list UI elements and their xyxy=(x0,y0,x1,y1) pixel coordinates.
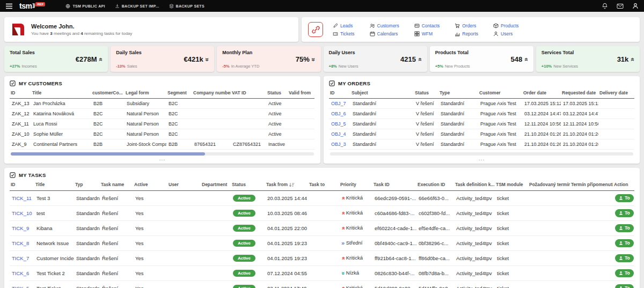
link-icon[interactable] xyxy=(308,22,323,37)
order-id-link[interactable]: OBJ_7 xyxy=(331,101,346,106)
customer-row[interactable]: ZAK_11Luca RossiB2CNatural PersonB2CActi… xyxy=(10,119,314,129)
column-header[interactable]: Delivery date xyxy=(598,89,634,99)
task-row[interactable]: TICK_6Test Ticket 2StandardníŘešeníYesAc… xyxy=(10,265,634,280)
order-row[interactable]: OBJ_6StandardníV řešeníStandardníPrague … xyxy=(329,109,634,119)
orders-more[interactable]: ... xyxy=(329,156,634,163)
column-header[interactable]: Order date xyxy=(522,89,561,99)
column-header[interactable]: Status xyxy=(231,181,265,190)
column-header[interactable]: Type xyxy=(438,89,478,99)
assign-to-me-button[interactable]: To xyxy=(615,209,634,217)
kpi-total-sales[interactable]: Total Sales+27%Incomes €278M» xyxy=(4,46,108,72)
column-header[interactable]: customerCo... xyxy=(91,89,125,99)
assign-to-me-button[interactable]: To xyxy=(615,284,634,288)
menu-item-backup-set-import[interactable]: BACKUP SET IMP... xyxy=(115,4,159,9)
column-header[interactable]: Customer xyxy=(478,89,522,99)
order-id-link[interactable]: OBJ_4 xyxy=(331,131,346,137)
column-header[interactable]: Requested date xyxy=(561,89,598,99)
user-profile-icon[interactable] xyxy=(632,3,639,9)
column-header[interactable]: Legal form xyxy=(125,89,166,99)
column-header[interactable]: Execution ID xyxy=(416,181,454,190)
column-header[interactable]: Task ID xyxy=(372,181,416,190)
assign-to-me-button[interactable]: To xyxy=(615,254,634,262)
column-header[interactable]: User xyxy=(167,181,201,190)
customer-row[interactable]: ZAK_9Continental PartnersB2BJoint-Stock … xyxy=(10,139,314,150)
task-row[interactable]: TICK_10testStandardníŘešeníYesActive10.0… xyxy=(10,205,634,220)
quicklink-users[interactable]: Users xyxy=(493,31,519,36)
order-row[interactable]: OBJ_3StandardníV řešeníStandardníPrague … xyxy=(329,139,634,150)
messages-envelope-icon[interactable] xyxy=(617,3,624,9)
assign-to-me-button[interactable]: To xyxy=(615,224,634,232)
quicklink-calendars[interactable]: Calendars xyxy=(370,31,399,36)
order-row[interactable]: OBJ_5StandardníV řešeníStandardníPrague … xyxy=(329,119,634,129)
quicklink-tickets[interactable]: Tickets xyxy=(333,31,355,36)
customers-hscrollbar-thumb[interactable] xyxy=(11,152,205,156)
kpi-products-total[interactable]: Products Total+5%New Products 548» xyxy=(430,46,533,72)
column-header[interactable]: Task definition k... xyxy=(454,181,495,190)
customers-more[interactable]: ... xyxy=(10,156,315,163)
column-header[interactable]: Title xyxy=(34,181,74,190)
column-header[interactable]: Termín připomenutí xyxy=(570,181,613,190)
column-header[interactable]: Segment xyxy=(166,89,192,99)
task-user-cell xyxy=(167,250,201,265)
quicklink-contacts[interactable]: Contacts xyxy=(414,23,440,28)
column-header[interactable]: Task from xyxy=(265,181,308,190)
customer-row[interactable]: ZAK_12Katarina NovákováB2CNatural Person… xyxy=(10,109,314,119)
task-id-link[interactable]: TICK_10 xyxy=(12,210,32,216)
column-header[interactable]: TSM module xyxy=(495,181,528,190)
task-row[interactable]: TICK_9KibanaStandardníŘešeníYesActive04.… xyxy=(10,220,634,235)
quicklink-wfm[interactable]: WFM xyxy=(414,31,440,36)
column-header[interactable]: Company number xyxy=(192,89,231,99)
assign-to-me-button[interactable]: To xyxy=(615,269,634,277)
quicklink-customers[interactable]: Customers xyxy=(370,23,399,28)
task-id-link[interactable]: TICK_11 xyxy=(12,195,32,201)
customer-row[interactable]: ZAK_13Jan ProcházkaB2BSubsidiaryB2CActiv… xyxy=(10,99,314,109)
task-id-link[interactable]: TICK_8 xyxy=(12,240,29,246)
column-header[interactable]: Požadovaný termín xyxy=(528,181,570,190)
hamburger-menu-icon[interactable] xyxy=(5,3,13,9)
kpi-daily-sales[interactable]: Daily Sales-13%Sales €421k» xyxy=(111,46,214,72)
task-row[interactable]: TICK_8Network IssueStandardníŘešeníYesAc… xyxy=(10,235,634,250)
order-id-link[interactable]: OBJ_3 xyxy=(331,142,346,147)
customer-row[interactable]: ZAK_10Sophie MüllerB2CNatural PersonB2CA… xyxy=(10,129,314,139)
app-logo[interactable]: tsm )) REF xyxy=(19,2,45,10)
task-row[interactable]: TICK_7Customer IncidentStandardníŘešeníY… xyxy=(10,250,634,265)
order-id-link[interactable]: OBJ_6 xyxy=(331,111,346,116)
column-header[interactable]: ID xyxy=(10,89,31,99)
column-header[interactable]: Action xyxy=(613,181,634,190)
order-row[interactable]: OBJ_7StandardníV řešeníStandardníPrague … xyxy=(329,99,634,109)
quicklink-products[interactable]: Products xyxy=(493,23,519,28)
notifications-bell-icon[interactable] xyxy=(602,3,608,9)
menu-item-tsm-public-api[interactable]: TSM PUBLIC API xyxy=(65,4,105,9)
menu-item-backup-sets[interactable]: BACKUP SETS xyxy=(169,4,204,9)
column-header[interactable]: Active xyxy=(133,181,167,190)
assign-to-me-button[interactable]: To xyxy=(615,194,634,202)
kpi-daily-users[interactable]: Daily Users+8%New Users 4215» xyxy=(324,46,427,72)
task-row[interactable]: TICK_5Test TicketStandardníŘešeníYesActi… xyxy=(10,280,634,288)
column-header[interactable]: Department xyxy=(201,181,231,190)
column-header[interactable]: Subject xyxy=(350,89,414,99)
quicklink-orders[interactable]: Orders xyxy=(455,23,478,28)
column-header[interactable]: ID xyxy=(329,89,350,99)
kpi-services-total[interactable]: Services Total+10%New Services 31k» xyxy=(536,46,640,72)
column-header[interactable]: Status xyxy=(414,89,438,99)
order-row[interactable]: OBJ_4StandardníV řešeníStandardníPrague … xyxy=(329,129,634,139)
column-header[interactable]: Typ xyxy=(74,181,100,190)
column-header[interactable]: Task to xyxy=(308,181,339,190)
task-row[interactable]: TICK_11Test 3StandardníŘešeníYesActive20… xyxy=(10,190,634,205)
column-header[interactable]: VAT ID xyxy=(231,89,266,99)
column-header[interactable]: ID xyxy=(10,181,34,190)
quicklink-reports[interactable]: Reports xyxy=(455,31,478,36)
column-header[interactable]: Priority xyxy=(339,181,372,190)
task-id-link[interactable]: TICK_7 xyxy=(12,255,29,261)
task-id-link[interactable]: TICK_5 xyxy=(12,285,29,288)
column-header[interactable]: Valid from xyxy=(288,89,314,99)
column-header[interactable]: Title xyxy=(31,89,91,99)
column-header[interactable]: Status xyxy=(266,89,288,99)
quicklink-leads[interactable]: Leads xyxy=(333,23,355,28)
order-id-link[interactable]: OBJ_5 xyxy=(331,121,346,127)
column-header[interactable]: Task name xyxy=(100,181,133,190)
task-id-link[interactable]: TICK_9 xyxy=(12,225,29,231)
task-id-link[interactable]: TICK_6 xyxy=(12,270,29,276)
kpi-monthly-plan[interactable]: Monthly Plan-5%In Average YTD 75%» xyxy=(217,46,320,72)
assign-to-me-button[interactable]: To xyxy=(615,239,634,247)
